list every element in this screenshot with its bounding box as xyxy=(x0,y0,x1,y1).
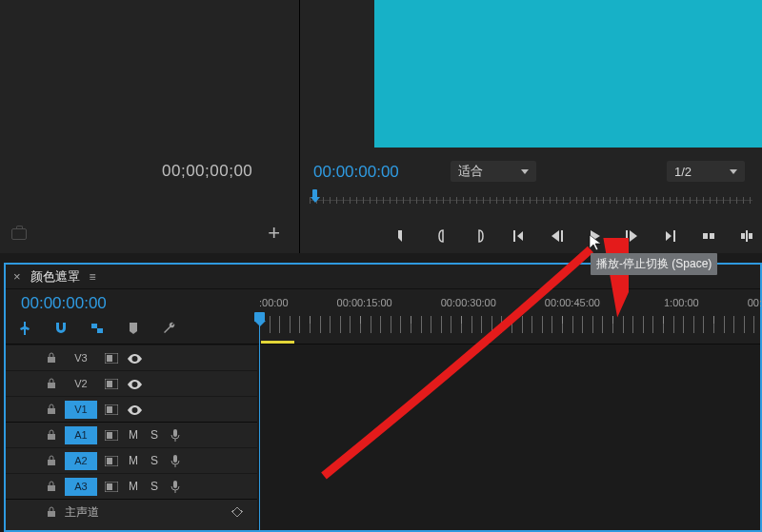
svg-rect-4 xyxy=(746,230,748,242)
panel-menu-icon[interactable]: ≡ xyxy=(90,270,96,284)
timeline-tracks-area[interactable] xyxy=(257,345,760,530)
settings-wrench-icon[interactable] xyxy=(162,321,177,336)
svg-rect-26 xyxy=(107,483,112,490)
timeline-playhead[interactable] xyxy=(259,312,260,530)
linked-selection-icon[interactable] xyxy=(90,321,105,336)
lock-icon[interactable] xyxy=(46,506,57,518)
mute-button[interactable]: M xyxy=(128,480,139,493)
svg-rect-10 xyxy=(48,383,55,388)
svg-rect-1 xyxy=(710,233,714,239)
eye-icon[interactable] xyxy=(128,404,142,414)
track-label[interactable]: V1 xyxy=(65,401,97,419)
lock-icon[interactable] xyxy=(46,352,57,364)
work-area-bar[interactable] xyxy=(261,341,294,344)
program-monitor-panel: 00:00:00:00 适合 1/2 xyxy=(300,0,762,253)
step-back-icon[interactable] xyxy=(548,227,565,245)
eye-icon[interactable] xyxy=(128,353,142,363)
timeline-title: 颜色遮罩 xyxy=(30,268,80,286)
snap-icon[interactable] xyxy=(17,321,32,336)
marker-icon[interactable] xyxy=(126,321,141,336)
program-viewer[interactable] xyxy=(374,0,762,148)
svg-rect-5 xyxy=(91,324,97,328)
add-icon[interactable]: + xyxy=(268,221,280,246)
svg-rect-15 xyxy=(107,406,112,413)
camera-icon[interactable] xyxy=(11,228,27,240)
lift-icon[interactable] xyxy=(700,227,717,245)
zoom-fit-select[interactable]: 适合 xyxy=(451,161,536,182)
timeline-timecode[interactable]: 00:00:00:00 xyxy=(21,294,107,313)
bracket-in-icon[interactable] xyxy=(433,227,451,245)
mark-in-icon[interactable] xyxy=(395,227,412,245)
timeline-panel: × 颜色遮罩 ≡ 00:00:00:00 :00:00 00:00:15:00 … xyxy=(4,263,762,532)
program-timecode[interactable]: 00:00:00:00 xyxy=(313,163,399,182)
svg-rect-16 xyxy=(48,434,55,440)
keyframe-nav-icon[interactable] xyxy=(231,505,244,519)
track-label[interactable]: A3 xyxy=(65,478,97,496)
program-playhead[interactable] xyxy=(310,189,320,206)
lock-icon[interactable] xyxy=(46,481,57,492)
lock-icon[interactable] xyxy=(46,404,57,415)
track-v3[interactable]: V3 xyxy=(6,345,257,370)
track-label[interactable]: A1 xyxy=(65,426,97,444)
solo-button[interactable]: S xyxy=(149,480,160,493)
svg-rect-23 xyxy=(173,455,177,463)
source-timecode[interactable]: 00;00;00;00 xyxy=(162,162,252,181)
toggle-output-icon[interactable] xyxy=(105,379,118,389)
svg-rect-22 xyxy=(107,458,112,464)
source-monitor-panel: 00;00;00;00 + xyxy=(0,0,300,253)
solo-button[interactable]: S xyxy=(149,454,160,467)
svg-rect-6 xyxy=(97,328,103,333)
solo-button[interactable]: S xyxy=(149,428,160,442)
svg-rect-28 xyxy=(48,511,55,517)
step-forward-icon[interactable] xyxy=(624,227,641,245)
track-a2[interactable]: A2 M S xyxy=(6,447,257,473)
magnet-icon[interactable] xyxy=(53,321,69,336)
svg-rect-27 xyxy=(173,481,177,488)
lock-icon[interactable] xyxy=(46,378,57,389)
master-label: 主声道 xyxy=(65,504,99,521)
svg-rect-7 xyxy=(48,357,55,363)
track-a3[interactable]: A3 M S xyxy=(6,473,257,499)
track-master[interactable]: 主声道 xyxy=(6,499,257,524)
voice-record-icon[interactable] xyxy=(170,480,181,494)
lock-icon[interactable] xyxy=(46,429,57,441)
goto-out-icon[interactable] xyxy=(662,227,679,245)
mute-button[interactable]: M xyxy=(128,428,139,442)
svg-rect-9 xyxy=(107,355,112,362)
toggle-output-icon[interactable] xyxy=(105,430,118,441)
goto-in-icon[interactable] xyxy=(510,227,527,245)
lock-icon[interactable] xyxy=(46,455,57,466)
svg-rect-2 xyxy=(741,233,745,239)
svg-rect-19 xyxy=(173,429,177,437)
svg-rect-3 xyxy=(749,233,752,239)
mouse-cursor-icon xyxy=(589,234,602,255)
source-viewer[interactable] xyxy=(0,0,299,143)
toggle-output-icon[interactable] xyxy=(105,482,118,492)
toggle-output-icon[interactable] xyxy=(105,456,118,466)
track-label[interactable]: A2 xyxy=(65,452,97,470)
toggle-output-icon[interactable] xyxy=(105,404,118,415)
toggle-output-icon[interactable] xyxy=(105,353,118,364)
extract-icon[interactable] xyxy=(738,227,755,245)
resolution-select[interactable]: 1/2 xyxy=(667,161,745,182)
voice-record-icon[interactable] xyxy=(170,428,181,443)
ruler-labels: :00:00 00:00:15:00 00:00:30:00 00:00:45:… xyxy=(257,297,760,312)
timeline-ruler[interactable]: :00:00 00:00:15:00 00:00:30:00 00:00:45:… xyxy=(257,289,760,345)
svg-rect-12 xyxy=(107,381,112,387)
svg-rect-20 xyxy=(48,460,55,465)
mute-button[interactable]: M xyxy=(128,454,139,467)
transport-bar xyxy=(300,222,762,250)
play-tooltip: 播放-停止切换 (Space) xyxy=(591,253,717,275)
track-label[interactable]: V2 xyxy=(65,375,97,393)
track-v2[interactable]: V2 xyxy=(6,370,257,396)
track-headers: V3 V2 V1 xyxy=(6,345,257,530)
voice-record-icon[interactable] xyxy=(170,454,181,468)
program-scrubber[interactable] xyxy=(310,189,752,207)
track-v1[interactable]: V1 xyxy=(6,396,257,422)
track-a1[interactable]: A1 M S xyxy=(6,422,257,447)
bracket-out-icon[interactable] xyxy=(471,227,489,245)
track-label[interactable]: V3 xyxy=(65,349,97,367)
eye-icon[interactable] xyxy=(128,379,142,388)
close-timeline-button[interactable]: × xyxy=(13,269,21,284)
svg-rect-18 xyxy=(107,432,112,439)
